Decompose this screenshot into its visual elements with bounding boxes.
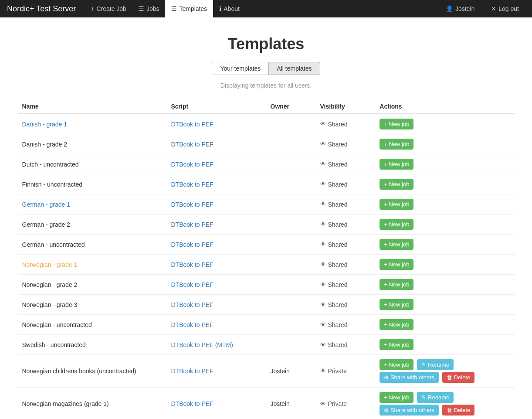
- actions-cell: + New job: [380, 119, 510, 129]
- table-row: Swedish - uncontractedDTBook to PEF (MTM…: [18, 335, 515, 355]
- eye-icon: 👁: [320, 341, 326, 348]
- script-link[interactable]: DTBook to PEF: [171, 201, 213, 208]
- new-job-button[interactable]: + New job: [380, 279, 413, 290]
- new-job-button[interactable]: + New job: [380, 159, 413, 170]
- actions-cell: + New job: [380, 159, 510, 170]
- display-subtitle: Displaying templates for all users.: [18, 82, 515, 89]
- rename-button[interactable]: ✎ Rename: [417, 359, 454, 370]
- nav-user[interactable]: 👤 Jostein: [440, 0, 481, 17]
- eye-icon: 👁: [320, 141, 326, 147]
- visibility-label: Shared: [328, 181, 348, 188]
- new-job-button[interactable]: + New job: [380, 259, 413, 270]
- table-row: Norwegian - uncontractedDTBook to PEF👁Sh…: [18, 315, 515, 335]
- eye-icon: 👁: [320, 261, 326, 268]
- owner-cell: [266, 194, 316, 215]
- template-name-link[interactable]: Norwegian - grade 1: [22, 261, 78, 268]
- owner-cell: [266, 295, 316, 315]
- script-link[interactable]: DTBook to PEF: [171, 368, 213, 375]
- eye-icon: 👁: [320, 181, 326, 187]
- script-link[interactable]: DTBook to PEF: [171, 281, 213, 288]
- nav-templates[interactable]: ☰ Templates: [165, 0, 213, 17]
- script-link[interactable]: DTBook to PEF: [171, 321, 213, 328]
- template-name: Dutch - uncontracted: [18, 154, 167, 174]
- owner-cell: Jostein: [266, 388, 316, 419]
- actions-cell: + New job: [380, 199, 510, 210]
- template-name: Norwegian - grade 2: [18, 275, 167, 295]
- nav-jobs[interactable]: ☰ Jobs: [132, 0, 166, 17]
- actions-cell: + New job✎ Rename⊕ Share with others🗑 De…: [380, 359, 510, 383]
- script-link[interactable]: DTBook to PEF: [171, 221, 213, 228]
- actions-cell: + New job: [380, 299, 510, 310]
- plus-icon: +: [91, 5, 94, 12]
- new-job-button[interactable]: + New job: [380, 319, 413, 330]
- owner-cell: [266, 255, 316, 275]
- nav-right: 👤 Jostein ✕ Log out: [440, 0, 525, 17]
- owner-cell: [266, 114, 316, 134]
- new-job-button[interactable]: + New job: [380, 239, 413, 250]
- visibility-label: Shared: [328, 201, 348, 208]
- new-job-button[interactable]: + New job: [380, 119, 413, 129]
- share-with-others-button[interactable]: ⊕ Share with others: [380, 372, 439, 383]
- eye-icon: 👁: [320, 201, 326, 208]
- new-job-button[interactable]: + New job: [380, 199, 413, 210]
- table-row: Danish - grade 1DTBook to PEF👁Shared+ Ne…: [18, 114, 515, 134]
- script-link[interactable]: DTBook to PEF: [171, 141, 213, 148]
- new-job-button[interactable]: + New job: [380, 179, 413, 190]
- page-title: Templates: [18, 35, 515, 53]
- new-job-button[interactable]: + New job: [380, 392, 413, 403]
- nav-create-job[interactable]: + Create Job: [85, 0, 132, 17]
- script-link[interactable]: DTBook to PEF: [171, 400, 213, 407]
- new-job-button[interactable]: + New job: [380, 219, 413, 230]
- template-name-link[interactable]: German - grade 1: [22, 201, 71, 208]
- actions-cell: + New job: [380, 319, 510, 330]
- rename-button[interactable]: ✎ Rename: [417, 392, 454, 403]
- script-link[interactable]: DTBook to PEF: [171, 121, 213, 128]
- new-job-button[interactable]: + New job: [380, 339, 413, 350]
- actions-cell: + New job: [380, 219, 510, 230]
- script-link[interactable]: DTBook to PEF: [171, 241, 213, 248]
- table-row: Norwegian - grade 2DTBook to PEF👁Shared+…: [18, 275, 515, 295]
- visibility-label: Shared: [328, 161, 348, 168]
- table-row: German - uncontractedDTBook to PEF👁Share…: [18, 235, 515, 255]
- owner-cell: [266, 335, 316, 355]
- script-link[interactable]: DTBook to PEF (MTM): [171, 341, 233, 348]
- actions-cell: + New job: [380, 139, 510, 150]
- owner-cell: Jostein: [266, 355, 316, 388]
- actions-cell: + New job: [380, 339, 510, 350]
- info-icon: ℹ: [219, 5, 221, 12]
- nav-about[interactable]: ℹ About: [213, 0, 246, 17]
- script-link[interactable]: DTBook to PEF: [171, 181, 213, 188]
- new-job-button[interactable]: + New job: [380, 299, 413, 310]
- actions-cell: + New job: [380, 279, 510, 290]
- tab-your-templates[interactable]: Your templates: [212, 62, 269, 75]
- col-header-script: Script: [167, 99, 266, 114]
- delete-button[interactable]: 🗑 Delete: [442, 405, 474, 416]
- template-name-link[interactable]: Danish - grade 1: [22, 121, 68, 128]
- new-job-button[interactable]: + New job: [380, 359, 413, 370]
- owner-cell: [266, 215, 316, 235]
- eye-icon: 👁: [320, 368, 326, 375]
- new-job-button[interactable]: + New job: [380, 139, 413, 150]
- script-link[interactable]: DTBook to PEF: [171, 261, 213, 268]
- list-icon: ☰: [139, 5, 144, 12]
- template-name: Danish - grade 2: [18, 134, 167, 154]
- owner-cell: [266, 315, 316, 335]
- eye-icon: 👁: [320, 121, 326, 127]
- nav-logout[interactable]: ✕ Log out: [485, 0, 525, 17]
- template-name: Swedish - uncontracted: [18, 335, 167, 355]
- template-name: Finnish - uncontracted: [18, 174, 167, 194]
- brand[interactable]: Nordic+ Test Server: [7, 4, 76, 14]
- eye-icon: 👁: [320, 241, 326, 248]
- actions-cell: + New job: [380, 239, 510, 250]
- template-name: Norwegian childrens books (uncontracted): [18, 355, 167, 388]
- visibility-label: Shared: [328, 341, 348, 348]
- share-with-others-button[interactable]: ⊕ Share with others: [380, 405, 439, 416]
- script-link[interactable]: DTBook to PEF: [171, 161, 213, 168]
- tab-all-templates[interactable]: All templates: [268, 62, 320, 75]
- script-link[interactable]: DTBook to PEF: [171, 301, 213, 308]
- visibility-label: Shared: [328, 221, 348, 228]
- visibility-label: Private: [328, 368, 347, 375]
- eye-icon: 👁: [320, 301, 326, 308]
- table-row: Danish - grade 2DTBook to PEF👁Shared+ Ne…: [18, 134, 515, 154]
- delete-button[interactable]: 🗑 Delete: [442, 372, 474, 383]
